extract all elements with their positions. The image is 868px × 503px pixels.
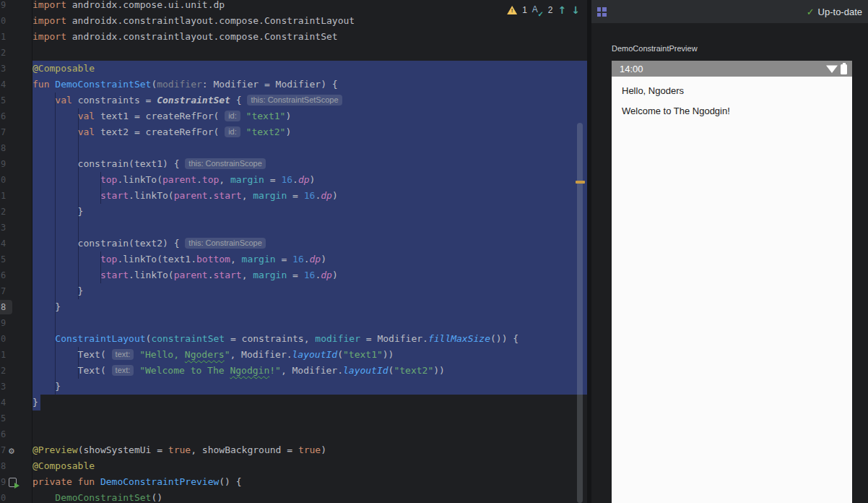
phone-content: Hello, Ngoders Welcome to The Ngodgin! (612, 77, 852, 503)
code-line[interactable]: constrain(text1) { this: ConstrainScope (32, 156, 266, 172)
code-line[interactable]: } (32, 204, 83, 220)
line-number[interactable]: 9 (0, 474, 32, 490)
line-number[interactable]: 0 (0, 13, 32, 29)
check-icon: ✓ (807, 7, 815, 17)
warning-count: 1 (522, 5, 527, 15)
code-line[interactable]: start.linkTo(parent.start, margin = 16.d… (32, 188, 338, 204)
line-number[interactable]: 4 (0, 395, 32, 410)
line-number[interactable]: 3 (0, 379, 32, 395)
line-number[interactable]: 8 (0, 140, 32, 156)
preview-toolbar: ✓ Up-to-date (591, 0, 868, 23)
line-number[interactable]: 9 (0, 315, 32, 331)
inlay-hint: text: (112, 349, 134, 360)
line-number[interactable]: 8 (0, 458, 32, 474)
code-line[interactable]: } (32, 395, 38, 410)
line-number[interactable]: 2 (0, 204, 32, 220)
code-line[interactable]: fun DemoConstraintSet(modifier: Modifier… (32, 77, 338, 93)
code-lines[interactable]: import androidx.compose.ui.unit.dpimport… (32, 0, 587, 503)
line-number[interactable]: 9 (0, 0, 32, 13)
code-line[interactable]: } (32, 299, 61, 315)
inlay-hint: id: (225, 126, 240, 137)
device-preview[interactable]: 14:00 Hello, Ngoders Welcome to The Ngod… (612, 61, 852, 503)
line-number[interactable]: 7⚙ (0, 442, 32, 458)
editor-gutter[interactable]: 90123456789012345678901234567⚙890 (0, 0, 32, 503)
code-line[interactable]: val text2 = createRefFor( id: "text2") (32, 124, 291, 140)
code-line[interactable]: ConstraintLayout(constraintSet = constra… (32, 331, 518, 347)
code-line[interactable]: @Composable (32, 61, 95, 77)
line-number[interactable]: 1 (0, 188, 32, 204)
line-number[interactable]: 2 (0, 45, 32, 61)
code-editor[interactable]: 90123456789012345678901234567⚙890 import… (0, 0, 587, 503)
inlay-hint: text: (112, 365, 134, 376)
phone-statusbar: 14:00 (612, 61, 852, 77)
line-number[interactable]: 1 (0, 347, 32, 363)
android-studio-window: 90123456789012345678901234567⚙890 import… (0, 0, 868, 503)
line-number[interactable]: 0 (0, 172, 32, 188)
code-line[interactable]: import androidx.constraintlayout.compose… (32, 29, 338, 45)
line-number[interactable]: 5 (0, 252, 32, 267)
line-number[interactable]: 2 (0, 363, 32, 379)
line-number[interactable]: 6 (0, 267, 32, 283)
warning-icon[interactable] (507, 6, 517, 14)
editor-scrollbar[interactable] (577, 123, 583, 503)
code-line[interactable]: val text1 = createRefFor( id: "text1") (32, 108, 291, 124)
line-number[interactable]: 7 (0, 124, 32, 140)
warning-stripe-mark[interactable] (576, 181, 585, 184)
line-number[interactable]: 3 (0, 220, 32, 236)
layout-grid-icon[interactable] (597, 7, 607, 17)
code-line[interactable]: import androidx.constraintlayout.compose… (32, 13, 355, 29)
inspection-widget[interactable]: 1 A✓ 2 ↑ ↓ (507, 3, 580, 17)
preview-run-icon[interactable] (9, 478, 17, 487)
battery-icon (841, 64, 847, 74)
preview-title[interactable]: DemoConstraintPreview (612, 44, 698, 53)
inlay-hint: this: ConstraintSetScope (247, 95, 342, 106)
line-number[interactable]: 7 (0, 283, 32, 299)
line-number[interactable]: 3 (0, 61, 32, 77)
gear-icon[interactable]: ⚙ (9, 446, 14, 455)
wifi-icon (826, 64, 838, 73)
code-line[interactable]: top.linkTo(text1.bottom, margin = 16.dp) (32, 252, 326, 267)
typo-count: 2 (548, 5, 553, 15)
preview-text-2: Welcome to The Ngodgin! (622, 106, 842, 116)
inlay-hint: id: (225, 111, 240, 121)
preview-text-1: Hello, Ngoders (622, 85, 842, 96)
code-line[interactable]: import androidx.compose.ui.unit.dp (32, 0, 225, 13)
line-number[interactable]: 1 (0, 29, 32, 45)
inlay-hint: this: ConstrainScope (185, 238, 266, 249)
build-status-label: Up-to-date (818, 7, 862, 17)
build-status: ✓ Up-to-date (807, 7, 862, 17)
code-line[interactable]: private fun DemoConstraintPreview() { (32, 474, 242, 490)
code-line[interactable]: } (32, 379, 61, 395)
code-line[interactable]: Text( text: "Welcome to The Ngodgin!", M… (32, 363, 445, 379)
line-number[interactable]: 6 (0, 108, 32, 124)
line-number[interactable]: 4 (0, 77, 32, 93)
arrow-up-icon[interactable]: ↑ (558, 4, 567, 16)
line-number[interactable]: 0 (0, 331, 32, 347)
code-line[interactable]: start.linkTo(parent.start, margin = 16.d… (32, 267, 338, 283)
code-line[interactable]: val constraints = ConstraintSet { this: … (32, 93, 342, 108)
code-line[interactable]: DemoConstraintSet() (32, 490, 162, 503)
line-number[interactable]: 8 (0, 299, 32, 315)
line-number[interactable]: 5 (0, 410, 32, 426)
arrow-down-icon[interactable]: ↓ (571, 4, 580, 16)
code-line[interactable]: } (32, 283, 83, 299)
code-line[interactable]: Text( text: "Hello, Ngoders", Modifier.l… (32, 347, 394, 363)
line-number[interactable]: 6 (0, 426, 32, 442)
phone-clock: 14:00 (620, 64, 643, 74)
typo-inspection-icon[interactable]: A✓ (532, 5, 543, 16)
line-number[interactable]: 0 (0, 490, 32, 503)
line-number[interactable]: 4 (0, 236, 32, 252)
inlay-hint: this: ConstrainScope (185, 158, 266, 169)
compose-preview-panel: ✓ Up-to-date DemoConstraintPreview 14:00… (591, 0, 868, 503)
line-number[interactable]: 5 (0, 93, 32, 108)
code-line[interactable]: constrain(text2) { this: ConstrainScope (32, 236, 266, 252)
line-number[interactable]: 9 (0, 156, 32, 172)
code-line[interactable]: @Preview(showSystemUi = true, showBackgr… (32, 442, 326, 458)
code-line[interactable]: top.linkTo(parent.top, margin = 16.dp) (32, 172, 315, 188)
code-line[interactable]: @Composable (32, 458, 95, 474)
